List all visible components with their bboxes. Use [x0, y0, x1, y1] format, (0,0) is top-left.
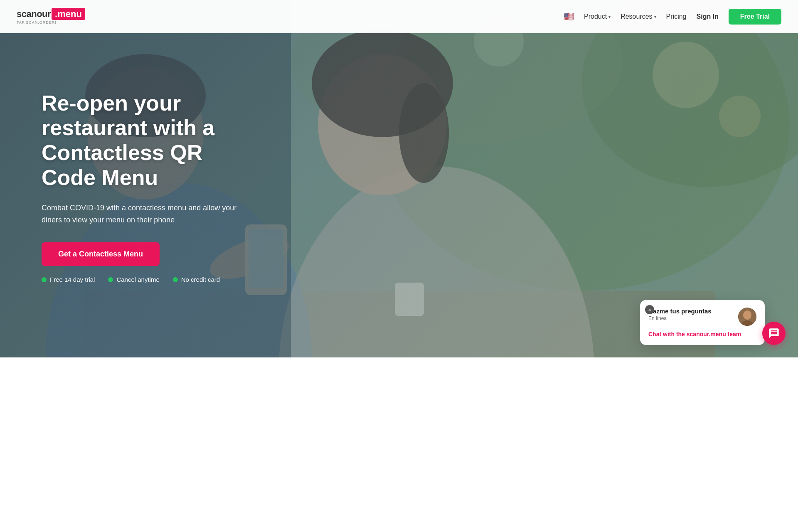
- logo-brand: scanour: [17, 9, 51, 19]
- chat-header: Hazme tus preguntas En línea: [648, 308, 756, 326]
- badge-no-credit: No credit card: [173, 276, 220, 283]
- product-chevron-icon: ▾: [608, 15, 611, 19]
- hero-section: Re-open your restaurant with a Contactle…: [0, 0, 798, 357]
- free-trial-button[interactable]: Free Trial: [729, 9, 781, 25]
- product-label: Product: [584, 13, 607, 20]
- nav-links: 🇺🇸 Product ▾ Resources ▾ Pricing Sign In…: [564, 9, 781, 25]
- chat-title: Hazme tus preguntas: [648, 308, 738, 315]
- nav-signin[interactable]: Sign In: [697, 13, 719, 20]
- navbar: scanour.menu TAP.SCAN.ORDER! 🇺🇸 Product …: [0, 0, 798, 33]
- badge-dot-icon-2: [108, 277, 113, 282]
- chat-close-button[interactable]: ×: [645, 305, 654, 314]
- hero-cta-button[interactable]: Get a Contactless Menu: [42, 242, 160, 266]
- badge-no-credit-label: No credit card: [181, 276, 220, 283]
- resources-label: Resources: [621, 13, 652, 20]
- logo-product: .menu: [52, 8, 85, 20]
- chat-status: En línea: [648, 315, 738, 321]
- pricing-label: Pricing: [666, 13, 687, 20]
- language-selector[interactable]: 🇺🇸: [564, 12, 574, 22]
- nav-pricing[interactable]: Pricing: [666, 13, 687, 20]
- flag-icon: 🇺🇸: [564, 12, 574, 22]
- badge-cancel: Cancel anytime: [108, 276, 159, 283]
- badge-cancel-label: Cancel anytime: [116, 276, 159, 283]
- svg-point-22: [743, 310, 751, 320]
- badge-free-trial-label: Free 14 day trial: [50, 276, 95, 283]
- badge-free-trial: Free 14 day trial: [42, 276, 95, 283]
- chat-info: Hazme tus preguntas En línea: [648, 308, 738, 321]
- badge-dot-icon-3: [173, 277, 178, 282]
- logo-tagline: TAP.SCAN.ORDER!: [17, 20, 85, 25]
- hero-badges: Free 14 day trial Cancel anytime No cred…: [42, 276, 241, 283]
- resources-chevron-icon: ▾: [654, 15, 656, 19]
- hero-text-block: Re-open your restaurant with a Contactle…: [0, 58, 283, 317]
- chat-team-link[interactable]: Chat with the scanour.menu team: [648, 331, 756, 337]
- nav-product[interactable]: Product ▾: [584, 13, 611, 20]
- badge-dot-icon: [42, 277, 47, 282]
- logo[interactable]: scanour.menu TAP.SCAN.ORDER!: [17, 9, 85, 25]
- chat-widget: × Hazme tus preguntas En línea Chat with…: [640, 300, 765, 345]
- avatar-face: [738, 308, 756, 326]
- chat-bubble-button[interactable]: [762, 322, 786, 345]
- chat-bubble-icon: [768, 328, 780, 339]
- avatar: [738, 308, 756, 326]
- hero-heading: Re-open your restaurant with a Contactle…: [42, 91, 241, 190]
- nav-resources[interactable]: Resources ▾: [621, 13, 656, 20]
- hero-subtext: Combat COVID-19 with a contactless menu …: [42, 202, 241, 226]
